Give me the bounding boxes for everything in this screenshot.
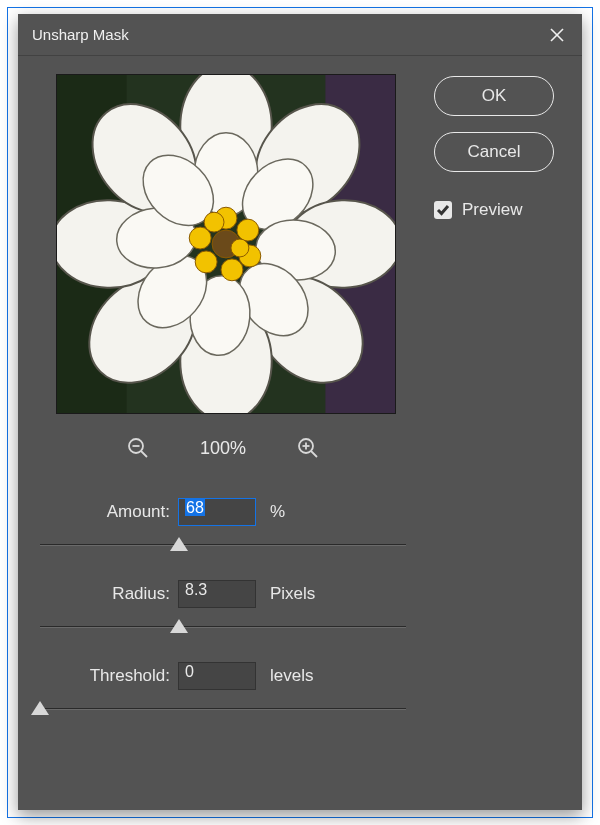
dialog-content: 100% Amount: 68 % Radius: 8.3 <box>18 56 582 810</box>
left-column: 100% Amount: 68 % Radius: 8.3 <box>38 74 408 798</box>
svg-point-23 <box>237 219 259 241</box>
zoom-level: 100% <box>200 438 246 459</box>
radius-label: Radius: <box>40 584 178 604</box>
preview-image <box>57 75 395 413</box>
parameters: Amount: 68 % Radius: 8.3 Pixels <box>38 498 408 744</box>
preview-checkbox-label: Preview <box>462 200 522 220</box>
svg-point-26 <box>195 251 217 273</box>
radius-unit: Pixels <box>256 584 315 604</box>
preview-checkbox-row[interactable]: Preview <box>434 200 554 220</box>
radius-input[interactable]: 8.3 <box>178 580 256 608</box>
close-button[interactable] <box>542 20 572 50</box>
amount-row: Amount: 68 % <box>40 498 406 526</box>
preview-checkbox[interactable] <box>434 201 452 219</box>
zoom-out-icon <box>126 436 150 460</box>
threshold-unit: levels <box>256 666 313 686</box>
radius-slider[interactable] <box>40 618 406 636</box>
effect-preview[interactable] <box>56 74 396 414</box>
dialog-title: Unsharp Mask <box>32 26 129 43</box>
svg-point-28 <box>204 212 224 232</box>
slider-track <box>40 708 406 710</box>
radius-row: Radius: 8.3 Pixels <box>40 580 406 608</box>
close-icon <box>549 27 565 43</box>
amount-unit: % <box>256 502 285 522</box>
svg-point-25 <box>221 259 243 281</box>
right-column: OK Cancel Preview <box>408 74 564 798</box>
threshold-label: Threshold: <box>40 666 178 686</box>
ok-button[interactable]: OK <box>434 76 554 116</box>
threshold-input[interactable]: 0 <box>178 662 256 690</box>
titlebar[interactable]: Unsharp Mask <box>18 14 582 56</box>
slider-thumb[interactable] <box>31 701 49 715</box>
slider-track <box>40 544 406 546</box>
amount-slider[interactable] <box>40 536 406 554</box>
zoom-controls: 100% <box>38 436 408 460</box>
slider-thumb[interactable] <box>170 537 188 551</box>
zoom-out-button[interactable] <box>126 436 150 460</box>
slider-track <box>40 626 406 628</box>
svg-line-31 <box>141 451 147 457</box>
slider-thumb[interactable] <box>170 619 188 633</box>
svg-point-29 <box>231 239 249 257</box>
zoom-in-icon <box>296 436 320 460</box>
threshold-slider[interactable] <box>40 700 406 718</box>
amount-input[interactable]: 68 <box>178 498 256 526</box>
check-icon <box>436 203 450 217</box>
cancel-button[interactable]: Cancel <box>434 132 554 172</box>
amount-label: Amount: <box>40 502 178 522</box>
svg-line-34 <box>311 451 317 457</box>
threshold-row: Threshold: 0 levels <box>40 662 406 690</box>
zoom-in-button[interactable] <box>296 436 320 460</box>
unsharp-mask-dialog: Unsharp Mask <box>18 14 582 810</box>
